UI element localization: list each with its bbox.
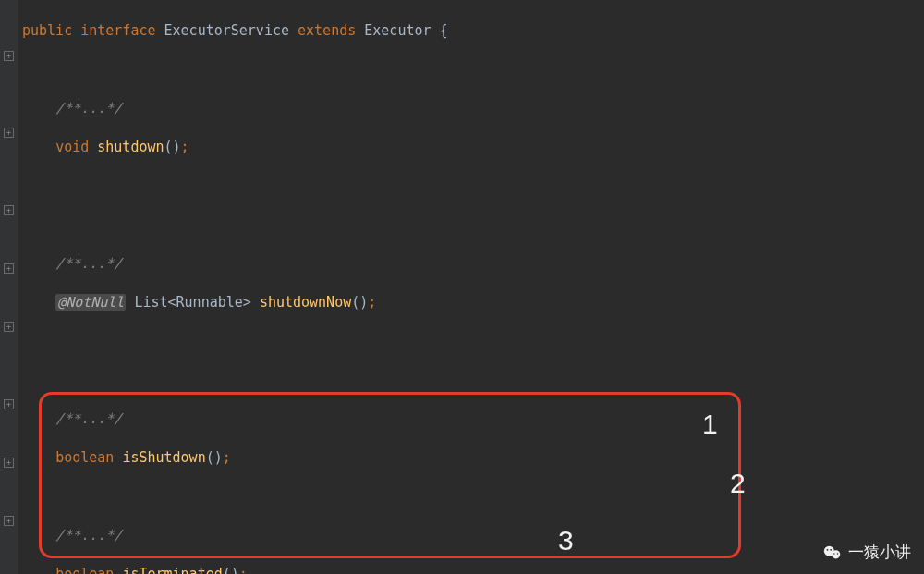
method-shutdown: shutdown: [97, 139, 164, 155]
keyword-boolean: boolean: [55, 449, 114, 466]
fold-marker-icon[interactable]: +: [4, 51, 14, 61]
annotation-number-2: 2: [730, 468, 746, 499]
class-name: ExecutorService: [164, 22, 289, 39]
fold-marker-icon[interactable]: +: [4, 516, 14, 526]
method-isterminated: isTerminated: [122, 566, 222, 574]
fold-marker-icon[interactable]: +: [4, 205, 14, 215]
super-name: Executor: [364, 22, 431, 39]
keyword-interface: interface: [80, 22, 155, 39]
doc-comment: /**...*/: [55, 255, 122, 272]
keyword-extends: extends: [298, 22, 356, 39]
annotation-number-3: 3: [558, 525, 574, 556]
fold-marker-icon[interactable]: +: [4, 458, 14, 468]
fold-marker-icon[interactable]: +: [4, 263, 14, 274]
keyword-boolean: boolean: [55, 566, 114, 574]
annotation-number-1: 1: [702, 409, 718, 440]
brace: {: [432, 22, 448, 39]
keyword-public: public: [22, 22, 72, 39]
watermark: 一猿小讲: [822, 542, 911, 563]
svg-point-2: [827, 548, 829, 550]
wechat-icon: [822, 543, 843, 563]
fold-marker-icon[interactable]: +: [4, 399, 14, 409]
keyword-void: void: [55, 139, 89, 155]
svg-point-4: [833, 553, 834, 554]
doc-comment: /**...*/: [55, 100, 122, 116]
doc-comment: /**...*/: [55, 527, 122, 543]
annotation-notnull: @NotNull: [55, 294, 126, 311]
svg-point-1: [832, 550, 840, 558]
fold-marker-icon[interactable]: +: [4, 128, 14, 138]
type-list: List: [126, 294, 167, 311]
svg-point-3: [830, 548, 832, 550]
svg-point-5: [837, 553, 838, 554]
method-shutdownnow: shutdownNow: [260, 294, 351, 311]
method-isshutdown: isShutdown: [122, 449, 205, 466]
code-editor[interactable]: + + + + + + + + public interface Executo…: [0, 0, 924, 574]
fold-marker-icon[interactable]: +: [4, 322, 14, 332]
watermark-text: 一猿小讲: [848, 542, 911, 563]
gutter: + + + + + + + +: [0, 0, 18, 574]
doc-comment: /**...*/: [55, 410, 122, 427]
code-text[interactable]: public interface ExecutorService extends…: [18, 0, 924, 574]
